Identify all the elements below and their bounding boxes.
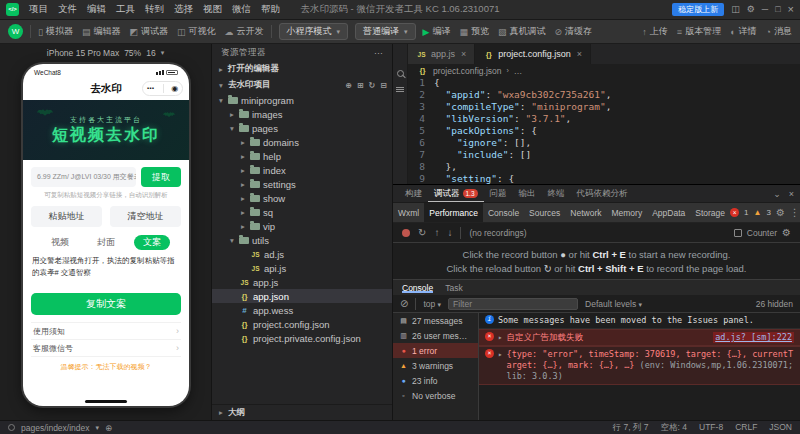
mode-select[interactable]: 小程序模式 ▾ [279,23,349,40]
more-icon[interactable]: ⋯ [374,48,383,58]
menu-item[interactable]: 帮助 [256,3,285,16]
console-message[interactable]: ×▸自定义广告加载失败ad.js? [sm]:222 [479,329,800,346]
capsule-menu[interactable]: ⋯ ◉ [142,81,183,96]
breadcrumb[interactable]: {}project.config.json›… [408,64,800,77]
toolbar-toggle-button[interactable]: ▯模拟器 [38,25,73,38]
tree-item[interactable]: {}project.private.config.json [212,331,392,345]
console-filter-input[interactable] [448,298,578,310]
devtools-tab[interactable]: Console [483,203,524,222]
menu-item[interactable]: 选择 [169,3,198,16]
tree-item[interactable]: JSapp.js [212,275,392,289]
context-selector[interactable]: top ▾ [423,299,441,309]
tree-item[interactable]: ▾miniprogram [212,93,392,107]
toolbar-action-button[interactable]: ▶编译 [423,25,451,38]
list-item[interactable]: 使用须知› [31,323,181,340]
close-button[interactable]: × [788,4,794,15]
extract-button[interactable]: 提取 [141,167,181,187]
clear-address-button[interactable]: 清空地址 [110,206,181,227]
refresh-icon[interactable]: ↻ [369,81,376,90]
menu-item[interactable]: 文件 [53,3,82,16]
gear-icon[interactable]: ⚙ [776,207,785,218]
drawer-tab[interactable]: Task [445,283,462,293]
clear-console-icon[interactable]: ⊘ [400,298,408,309]
devtools-tab[interactable]: Memory [606,203,647,222]
gear-icon[interactable]: ⚙ [782,227,791,238]
chevron-down-icon[interactable]: ▾ [96,424,100,432]
phone-tab[interactable]: 文案 [134,235,170,250]
save-profile-icon[interactable]: ↓ [447,227,452,238]
outline-section[interactable]: ▸ 大纲 [212,404,392,420]
new-folder-icon[interactable]: ⊞ [357,81,364,90]
phone-tab[interactable]: 封面 [88,235,124,250]
tree-item[interactable]: {}project.config.json [212,317,392,331]
minimize-button[interactable]: ─ [762,5,768,14]
console-message[interactable]: ×▸{type: "error", timeStamp: 370619, tar… [479,346,800,385]
link-input[interactable]: 6.99 ZZm/ J@LVI 03/30 用交餐老求 [31,167,136,187]
record-icon[interactable] [402,229,410,237]
settings-icon[interactable]: ⚙ [747,5,755,14]
panel-tab[interactable]: 问题 [484,185,513,202]
tree-item[interactable]: ▸help [212,149,392,163]
search-icon[interactable] [397,70,404,77]
menu-item[interactable]: 编辑 [82,3,111,16]
copy-caption-button[interactable]: 复制文案 [31,293,181,315]
paste-address-button[interactable]: 粘贴地址 [31,206,102,227]
panel-tab[interactable]: 终端 [542,185,571,202]
menu-item[interactable]: 工具 [111,3,140,16]
checkbox-icon[interactable] [734,229,742,237]
tree-item[interactable]: ▸vip [212,219,392,233]
toolbar-right-button[interactable]: ◐详情 [730,25,756,38]
console-filter-item[interactable]: ●1 error [393,343,478,358]
device-selector[interactable]: iPhone 15 Pro Max 75% 16 ▾ [0,44,211,62]
menu-item[interactable]: 微信 [227,3,256,16]
console-filter-item[interactable]: ▫No verbose [393,388,478,403]
panel-tab[interactable]: 构建 [399,185,428,202]
toolbar-toggle-button[interactable]: ▤编辑器 [82,25,121,38]
tree-item[interactable]: ▾utils [212,233,392,247]
close-icon[interactable]: × [577,49,582,59]
chevron-down-icon[interactable]: ⌄ [773,189,781,199]
expand-arrow-icon[interactable]: ▸ [498,332,503,343]
counter-toggle[interactable]: Counter ⚙ [734,227,791,238]
menu-item[interactable]: 项目 [24,3,53,16]
panel-tab[interactable]: 代码依赖分析 [571,185,634,202]
toolbar-right-button[interactable]: ↑上传 [642,25,668,38]
breadcrumb-item[interactable]: … [514,66,523,76]
menu-item[interactable]: 视图 [198,3,227,16]
status-item[interactable]: CRLF [735,422,757,434]
exit-icon[interactable]: ◉ [171,84,178,93]
more-icon[interactable]: ⋯ [147,84,155,93]
devtools-tab[interactable]: AppData [647,203,690,222]
kebab-icon[interactable]: ⋮ [790,207,800,218]
compile-mode-select[interactable]: 普通编译 ▾ [355,23,416,40]
editor-tab[interactable]: JSapp.js× [408,44,475,64]
phone-tab[interactable]: 视频 [42,235,78,250]
console-filter-item[interactable]: ▤27 messages [393,313,478,328]
close-icon[interactable]: × [789,189,794,199]
menu-item[interactable]: 转到 [140,3,169,16]
toolbar-right-button[interactable]: ≡版本管理 [677,25,721,38]
breadcrumb-item[interactable]: project.config.json [433,66,502,76]
reload-icon[interactable]: ↻ [418,227,426,238]
console-filter-item[interactable]: ▥26 user mes… [393,328,478,343]
tree-item[interactable]: #app.wess [212,303,392,317]
console-filter-item[interactable]: ●23 info [393,373,478,388]
toolbar-toggle-button[interactable]: ◩调试器 [129,25,168,38]
tree-item[interactable]: ▸settings [212,177,392,191]
drawer-tab[interactable]: Console [402,283,433,293]
panel-tab[interactable]: 调试器1.3 [428,185,484,202]
hidden-count[interactable]: 26 hidden [756,299,793,309]
toolbar-action-button[interactable]: ▧真机调试 [498,25,546,38]
tree-item[interactable]: {}app.json [212,289,392,303]
code-area[interactable]: 1{2 "appid": "wxa9cb302c735a261",3 "comp… [408,77,794,184]
editor-tab[interactable]: {}project.config.json× [475,44,591,64]
toolbar-toggle-button[interactable]: ◫可视化 [177,25,216,38]
tree-item[interactable]: JSad.js [212,247,392,261]
devtools-tab[interactable]: Wxml [393,203,424,222]
layout-icon[interactable]: ◫ [731,5,740,14]
expand-arrow-icon[interactable]: ▸ [498,349,503,360]
devtools-tab[interactable]: Storage [690,203,730,222]
tree-item[interactable]: ▸show [212,191,392,205]
tree-item[interactable]: ▸sq [212,205,392,219]
message-source-link[interactable]: ad.js? [sm]:222 [713,332,794,343]
